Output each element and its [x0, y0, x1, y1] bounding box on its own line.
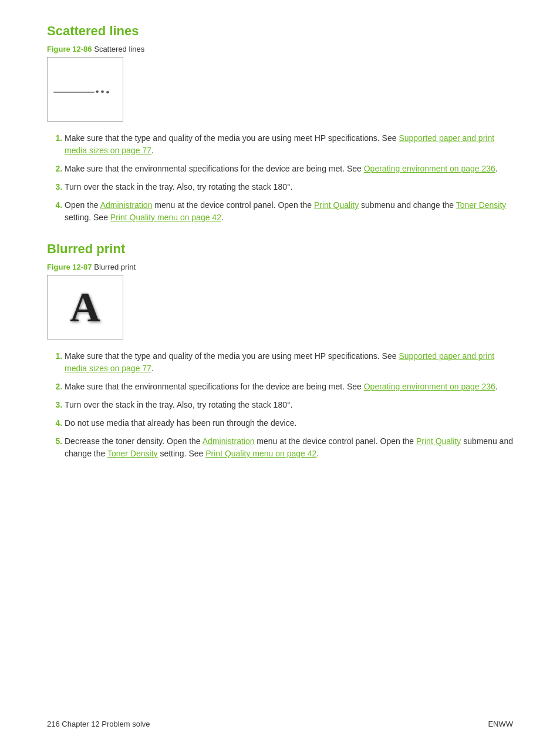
- scattered-lines-title: Scattered lines: [47, 23, 513, 39]
- blurred-print-figure: A: [47, 275, 123, 340]
- scatter-dot-1: [96, 90, 99, 93]
- blurred-step-3: Turn over the stack in the tray. Also, t…: [65, 399, 513, 411]
- figure-12-87-number: Figure 12-87: [47, 263, 92, 271]
- blurred-print-section: Blurred print Figure 12-87 Blurred print…: [47, 241, 513, 460]
- figure-12-86-number: Figure 12-86: [47, 45, 92, 53]
- scattered-lines-figure: [47, 57, 123, 122]
- footer-right: ENWW: [488, 720, 513, 728]
- link-print-quality-1[interactable]: Print Quality: [314, 200, 359, 210]
- link-operating-env-2[interactable]: Operating environment on page 236: [364, 382, 495, 391]
- link-administration-2[interactable]: Administration: [203, 436, 255, 446]
- link-operating-env-1[interactable]: Operating environment on page 236: [364, 164, 495, 173]
- scattered-step-2: Make sure that the environmental specifi…: [65, 163, 513, 175]
- link-toner-density-1[interactable]: Toner Density: [456, 200, 507, 210]
- blurred-step-4: Do not use media that already has been r…: [65, 417, 513, 429]
- scattered-lines-image: [48, 58, 123, 121]
- link-print-quality-2[interactable]: Print Quality: [416, 436, 461, 446]
- link-supported-paper-2[interactable]: Supported paper and print media sizes on…: [65, 351, 494, 373]
- blurred-step-2: Make sure that the environmental specifi…: [65, 381, 513, 393]
- scattered-lines-steps: Make sure that the type and quality of t…: [65, 132, 513, 224]
- link-pq-menu-2[interactable]: Print Quality menu on page 42: [205, 449, 316, 458]
- scatter-dot-3: [106, 91, 109, 93]
- blurred-print-steps: Make sure that the type and quality of t…: [65, 350, 513, 460]
- blurred-print-title: Blurred print: [47, 241, 513, 257]
- footer-left: 216 Chapter 12 Problem solve: [47, 720, 150, 728]
- link-pq-menu-1[interactable]: Print Quality menu on page 42: [110, 213, 221, 222]
- figure-12-86-desc: Scattered lines: [92, 45, 145, 53]
- scattered-step-3: Turn over the stack in the tray. Also, t…: [65, 181, 513, 193]
- scatter-dot-2: [101, 90, 104, 93]
- link-administration-1[interactable]: Administration: [100, 200, 153, 210]
- blurred-step-1: Make sure that the type and quality of t…: [65, 350, 513, 375]
- scattered-step-4: Open the Administration menu at the devi…: [65, 199, 513, 224]
- link-toner-density-2[interactable]: Toner Density: [107, 449, 158, 458]
- scattered-lines-section: Scattered lines Figure 12-86 Scattered l…: [47, 23, 513, 224]
- blurred-letter-a: A: [70, 283, 100, 332]
- scattered-step-1: Make sure that the type and quality of t…: [65, 132, 513, 157]
- link-supported-paper-1[interactable]: Supported paper and print media sizes on…: [65, 133, 494, 155]
- page-footer: 216 Chapter 12 Problem solve ENWW: [47, 720, 513, 728]
- scatter-line-1: [53, 92, 95, 93]
- blurred-step-5: Decrease the toner density. Open the Adm…: [65, 435, 513, 460]
- figure-12-86-label: Figure 12-86 Scattered lines: [47, 45, 513, 53]
- figure-12-87-desc: Blurred print: [92, 263, 136, 271]
- figure-12-87-label: Figure 12-87 Blurred print: [47, 263, 513, 271]
